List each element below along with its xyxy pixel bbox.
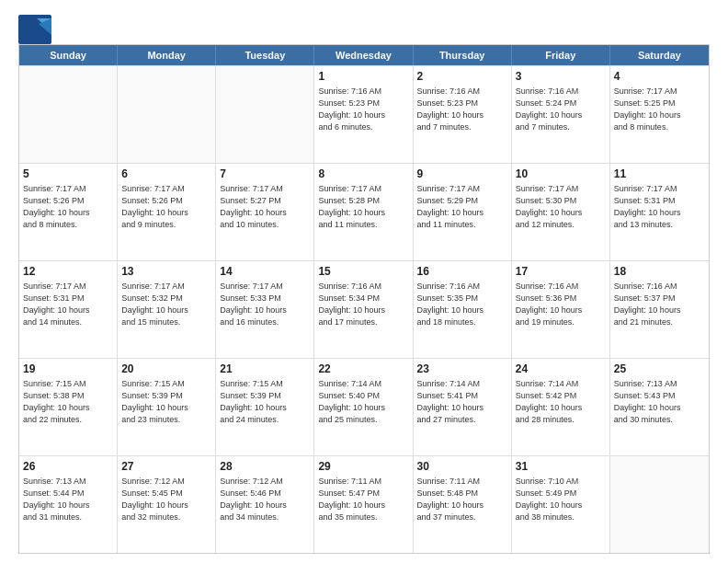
day-info: Sunrise: 7:17 AM Sunset: 5:33 PM Dayligh… — [220, 281, 310, 328]
day-cell-14: 14Sunrise: 7:17 AM Sunset: 5:33 PM Dayli… — [216, 261, 314, 358]
day-cell-22: 22Sunrise: 7:14 AM Sunset: 5:40 PM Dayli… — [314, 359, 413, 455]
day-info: Sunrise: 7:11 AM Sunset: 5:47 PM Dayligh… — [318, 476, 408, 523]
day-cell-1: 1Sunrise: 7:16 AM Sunset: 5:23 PM Daylig… — [314, 66, 413, 163]
day-info: Sunrise: 7:14 AM Sunset: 5:41 PM Dayligh… — [417, 378, 507, 426]
day-number: 14 — [220, 264, 310, 280]
day-number: 24 — [516, 362, 606, 377]
day-info: Sunrise: 7:15 AM Sunset: 5:39 PM Dayligh… — [121, 378, 211, 426]
day-info: Sunrise: 7:13 AM Sunset: 5:43 PM Dayligh… — [614, 378, 705, 426]
day-number: 31 — [516, 459, 606, 475]
day-number: 9 — [417, 167, 507, 182]
day-info: Sunrise: 7:15 AM Sunset: 5:38 PM Dayligh… — [23, 378, 113, 426]
day-cell-25: 25Sunrise: 7:13 AM Sunset: 5:43 PM Dayli… — [610, 359, 709, 455]
logo — [18, 15, 48, 40]
day-number: 11 — [614, 167, 705, 182]
day-info: Sunrise: 7:15 AM Sunset: 5:39 PM Dayligh… — [220, 378, 310, 426]
day-info: Sunrise: 7:16 AM Sunset: 5:35 PM Dayligh… — [417, 281, 507, 328]
header-cell-tuesday: Tuesday — [216, 45, 314, 65]
empty-cell — [118, 66, 216, 163]
day-info: Sunrise: 7:17 AM Sunset: 5:25 PM Dayligh… — [614, 86, 705, 133]
day-number: 25 — [614, 362, 705, 377]
day-info: Sunrise: 7:10 AM Sunset: 5:49 PM Dayligh… — [516, 476, 606, 523]
day-info: Sunrise: 7:17 AM Sunset: 5:28 PM Dayligh… — [318, 183, 408, 231]
calendar: SundayMondayTuesdayWednesdayThursdayFrid… — [18, 44, 710, 554]
day-info: Sunrise: 7:12 AM Sunset: 5:45 PM Dayligh… — [121, 476, 211, 523]
day-cell-11: 11Sunrise: 7:17 AM Sunset: 5:31 PM Dayli… — [610, 164, 709, 260]
day-number: 6 — [121, 167, 211, 182]
day-cell-6: 6Sunrise: 7:17 AM Sunset: 5:26 PM Daylig… — [118, 164, 216, 260]
week-row-2: 5Sunrise: 7:17 AM Sunset: 5:26 PM Daylig… — [19, 163, 709, 260]
empty-cell — [19, 66, 118, 163]
week-row-5: 26Sunrise: 7:13 AM Sunset: 5:44 PM Dayli… — [19, 455, 709, 553]
day-info: Sunrise: 7:17 AM Sunset: 5:26 PM Dayligh… — [23, 183, 113, 231]
day-number: 27 — [121, 459, 211, 475]
day-number: 1 — [318, 69, 408, 85]
day-cell-27: 27Sunrise: 7:12 AM Sunset: 5:45 PM Dayli… — [118, 456, 216, 553]
calendar-body: 1Sunrise: 7:16 AM Sunset: 5:23 PM Daylig… — [19, 65, 709, 553]
day-info: Sunrise: 7:17 AM Sunset: 5:31 PM Dayligh… — [23, 281, 113, 328]
day-number: 21 — [220, 362, 310, 377]
day-cell-21: 21Sunrise: 7:15 AM Sunset: 5:39 PM Dayli… — [216, 359, 314, 455]
day-number: 18 — [614, 264, 705, 280]
header-cell-friday: Friday — [512, 45, 610, 65]
day-info: Sunrise: 7:17 AM Sunset: 5:27 PM Dayligh… — [220, 183, 310, 231]
day-info: Sunrise: 7:17 AM Sunset: 5:26 PM Dayligh… — [121, 183, 211, 231]
day-info: Sunrise: 7:14 AM Sunset: 5:42 PM Dayligh… — [516, 378, 606, 426]
day-cell-8: 8Sunrise: 7:17 AM Sunset: 5:28 PM Daylig… — [314, 164, 413, 260]
day-number: 12 — [23, 264, 113, 280]
day-number: 28 — [220, 459, 310, 475]
day-info: Sunrise: 7:17 AM Sunset: 5:29 PM Dayligh… — [417, 183, 507, 231]
day-cell-30: 30Sunrise: 7:11 AM Sunset: 5:48 PM Dayli… — [414, 456, 512, 553]
day-info: Sunrise: 7:17 AM Sunset: 5:30 PM Dayligh… — [516, 183, 606, 231]
day-info: Sunrise: 7:16 AM Sunset: 5:23 PM Dayligh… — [318, 86, 408, 133]
day-cell-13: 13Sunrise: 7:17 AM Sunset: 5:32 PM Dayli… — [118, 261, 216, 358]
day-cell-23: 23Sunrise: 7:14 AM Sunset: 5:41 PM Dayli… — [414, 359, 512, 455]
day-cell-31: 31Sunrise: 7:10 AM Sunset: 5:49 PM Dayli… — [512, 456, 610, 553]
day-cell-17: 17Sunrise: 7:16 AM Sunset: 5:36 PM Dayli… — [512, 261, 610, 358]
day-cell-29: 29Sunrise: 7:11 AM Sunset: 5:47 PM Dayli… — [314, 456, 413, 553]
header-cell-monday: Monday — [118, 45, 216, 65]
day-number: 29 — [318, 459, 408, 475]
day-number: 2 — [417, 69, 507, 85]
day-info: Sunrise: 7:16 AM Sunset: 5:23 PM Dayligh… — [417, 86, 507, 133]
header-cell-sunday: Sunday — [19, 45, 118, 65]
day-number: 4 — [614, 69, 705, 85]
day-number: 5 — [23, 167, 113, 182]
day-info: Sunrise: 7:16 AM Sunset: 5:34 PM Dayligh… — [318, 281, 408, 328]
week-row-1: 1Sunrise: 7:16 AM Sunset: 5:23 PM Daylig… — [19, 65, 709, 163]
day-cell-4: 4Sunrise: 7:17 AM Sunset: 5:25 PM Daylig… — [610, 66, 709, 163]
day-cell-15: 15Sunrise: 7:16 AM Sunset: 5:34 PM Dayli… — [314, 261, 413, 358]
empty-cell — [216, 66, 314, 163]
day-cell-20: 20Sunrise: 7:15 AM Sunset: 5:39 PM Dayli… — [118, 359, 216, 455]
day-number: 13 — [121, 264, 211, 280]
header-cell-wednesday: Wednesday — [314, 45, 413, 65]
day-info: Sunrise: 7:17 AM Sunset: 5:32 PM Dayligh… — [121, 281, 211, 328]
day-number: 15 — [318, 264, 408, 280]
week-row-3: 12Sunrise: 7:17 AM Sunset: 5:31 PM Dayli… — [19, 260, 709, 358]
day-number: 23 — [417, 362, 507, 377]
day-info: Sunrise: 7:16 AM Sunset: 5:37 PM Dayligh… — [614, 281, 705, 328]
day-number: 22 — [318, 362, 408, 377]
day-number: 26 — [23, 459, 113, 475]
day-number: 20 — [121, 362, 211, 377]
page: SundayMondayTuesdayWednesdayThursdayFrid… — [0, 0, 728, 563]
day-number: 8 — [318, 167, 408, 182]
day-cell-10: 10Sunrise: 7:17 AM Sunset: 5:30 PM Dayli… — [512, 164, 610, 260]
day-number: 7 — [220, 167, 310, 182]
day-cell-12: 12Sunrise: 7:17 AM Sunset: 5:31 PM Dayli… — [19, 261, 118, 358]
day-info: Sunrise: 7:17 AM Sunset: 5:31 PM Dayligh… — [614, 183, 705, 231]
calendar-header: SundayMondayTuesdayWednesdayThursdayFrid… — [19, 45, 709, 65]
day-number: 3 — [516, 69, 606, 85]
day-cell-3: 3Sunrise: 7:16 AM Sunset: 5:24 PM Daylig… — [512, 66, 610, 163]
day-cell-28: 28Sunrise: 7:12 AM Sunset: 5:46 PM Dayli… — [216, 456, 314, 553]
day-info: Sunrise: 7:11 AM Sunset: 5:48 PM Dayligh… — [417, 476, 507, 523]
day-cell-7: 7Sunrise: 7:17 AM Sunset: 5:27 PM Daylig… — [216, 164, 314, 260]
day-cell-19: 19Sunrise: 7:15 AM Sunset: 5:38 PM Dayli… — [19, 359, 118, 455]
day-cell-9: 9Sunrise: 7:17 AM Sunset: 5:29 PM Daylig… — [414, 164, 512, 260]
day-number: 10 — [516, 167, 606, 182]
logo-icon — [18, 15, 46, 40]
header-cell-thursday: Thursday — [414, 45, 512, 65]
day-info: Sunrise: 7:13 AM Sunset: 5:44 PM Dayligh… — [23, 476, 113, 523]
day-cell-18: 18Sunrise: 7:16 AM Sunset: 5:37 PM Dayli… — [610, 261, 709, 358]
day-cell-2: 2Sunrise: 7:16 AM Sunset: 5:23 PM Daylig… — [414, 66, 512, 163]
